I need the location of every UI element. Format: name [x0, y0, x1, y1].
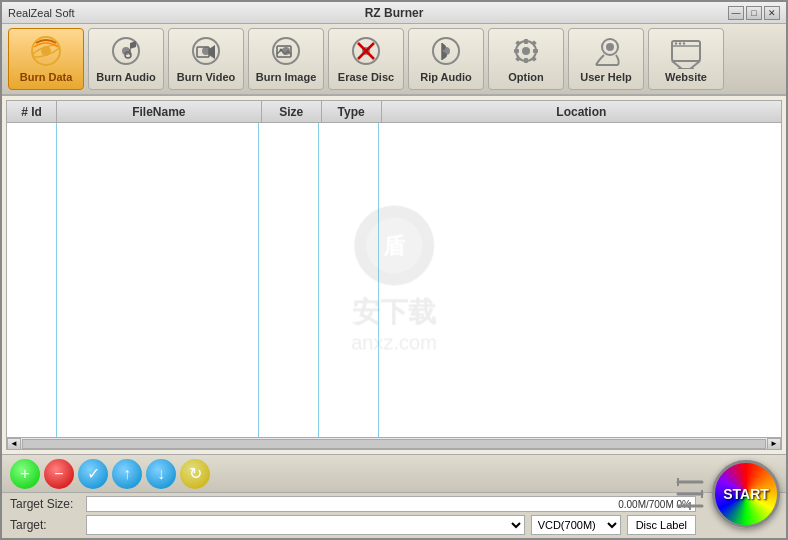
option-icon: [508, 33, 544, 69]
svg-rect-28: [531, 41, 537, 47]
start-button[interactable]: START: [712, 460, 780, 528]
col-filename-line: [57, 123, 259, 437]
burn-video-icon: [188, 33, 224, 69]
target-size-label: Target Size:: [10, 497, 80, 511]
col-size-line: [259, 123, 319, 437]
svg-rect-30: [531, 57, 537, 63]
action-toolbar: + − ✓ ↑ ↓ ↻: [2, 454, 786, 492]
svg-point-35: [675, 43, 677, 45]
scrollbar-track[interactable]: [22, 439, 766, 449]
scroll-right-arrow[interactable]: ►: [767, 438, 781, 450]
svg-point-37: [683, 43, 685, 45]
file-list-area: # Id FileName Size Type Location 盾: [6, 100, 782, 450]
rip-audio-label: Rip Audio: [420, 71, 472, 84]
website-icon: [668, 33, 704, 69]
svg-marker-10: [209, 45, 215, 59]
col-size-header: Size: [262, 101, 322, 122]
col-type-line: [319, 123, 379, 437]
status-bar: Target Size: 0.00M/700M 0% Target: VCD(7…: [2, 492, 786, 538]
svg-rect-24: [524, 58, 528, 63]
minimize-button[interactable]: —: [728, 6, 744, 20]
svg-rect-23: [524, 39, 528, 44]
burn-image-button[interactable]: Burn Image: [248, 28, 324, 90]
settings-icon[interactable]: [674, 474, 706, 514]
svg-rect-25: [514, 49, 519, 53]
target-size-row: Target Size: 0.00M/700M 0%: [10, 496, 696, 512]
toolbar: Burn Data Burn Audio: [2, 24, 786, 96]
option-label: Option: [508, 71, 543, 84]
maximize-button[interactable]: □: [746, 6, 762, 20]
check-button[interactable]: ✓: [78, 459, 108, 489]
progress-bar: 0.00M/700M 0%: [86, 496, 696, 512]
svg-line-39: [690, 61, 700, 69]
burn-data-button[interactable]: Burn Data: [8, 28, 84, 90]
svg-point-36: [679, 43, 681, 45]
col-id-header: # Id: [7, 101, 57, 122]
col-location-header: Location: [382, 101, 781, 122]
close-button[interactable]: ✕: [764, 6, 780, 20]
option-button[interactable]: Option: [488, 28, 564, 90]
svg-rect-27: [515, 41, 521, 47]
burn-video-label: Burn Video: [177, 71, 235, 84]
scroll-left-arrow[interactable]: ◄: [7, 438, 21, 450]
target-row: Target: VCD(700M) CD(650M) CD(700M) DVD(…: [10, 515, 696, 535]
table-body: 盾 安下载 anxz.com: [7, 123, 781, 437]
user-help-button[interactable]: User Help: [568, 28, 644, 90]
move-up-button[interactable]: ↑: [112, 459, 142, 489]
start-area: START: [674, 460, 780, 528]
website-label: Website: [665, 71, 707, 84]
col-filename-header: FileName: [57, 101, 262, 122]
remove-file-button[interactable]: −: [44, 459, 74, 489]
burn-audio-label: Burn Audio: [96, 71, 155, 84]
website-button[interactable]: Website: [648, 28, 724, 90]
window-title: RZ Burner: [365, 6, 424, 20]
rip-audio-icon: [428, 33, 464, 69]
window-controls: — □ ✕: [728, 6, 780, 20]
burn-video-button[interactable]: Burn Video: [168, 28, 244, 90]
erase-disc-icon: [348, 33, 384, 69]
target-label: Target:: [10, 518, 80, 532]
svg-rect-29: [515, 57, 521, 63]
main-window: RealZeal Soft RZ Burner — □ ✕ Burn Data: [0, 0, 788, 540]
svg-point-22: [522, 47, 530, 55]
burn-audio-icon: [108, 33, 144, 69]
user-help-label: User Help: [580, 71, 631, 84]
col-location-line: [379, 123, 781, 437]
col-type-header: Type: [322, 101, 382, 122]
disc-size-select[interactable]: VCD(700M) CD(650M) CD(700M) DVD(4.7G) DV…: [531, 515, 621, 535]
refresh-button[interactable]: ↻: [180, 459, 210, 489]
user-help-icon: [588, 33, 624, 69]
svg-line-38: [672, 61, 682, 69]
col-id-line: [7, 123, 57, 437]
burn-image-label: Burn Image: [256, 71, 317, 84]
horizontal-scrollbar[interactable]: ◄ ►: [7, 437, 781, 449]
add-file-button[interactable]: +: [10, 459, 40, 489]
svg-point-32: [606, 43, 614, 51]
burn-data-icon: [28, 33, 64, 69]
erase-disc-button[interactable]: Erase Disc: [328, 28, 404, 90]
table-header: # Id FileName Size Type Location: [7, 101, 781, 123]
erase-disc-label: Erase Disc: [338, 71, 394, 84]
move-down-button[interactable]: ↓: [146, 459, 176, 489]
burn-audio-button[interactable]: Burn Audio: [88, 28, 164, 90]
table-column-lines: [7, 123, 781, 437]
target-drive-select[interactable]: [86, 515, 525, 535]
svg-rect-26: [533, 49, 538, 53]
title-bar: RealZeal Soft RZ Burner — □ ✕: [2, 2, 786, 24]
company-name: RealZeal Soft: [8, 7, 75, 19]
burn-data-label: Burn Data: [20, 71, 73, 84]
rip-audio-button[interactable]: Rip Audio: [408, 28, 484, 90]
burn-image-icon: [268, 33, 304, 69]
